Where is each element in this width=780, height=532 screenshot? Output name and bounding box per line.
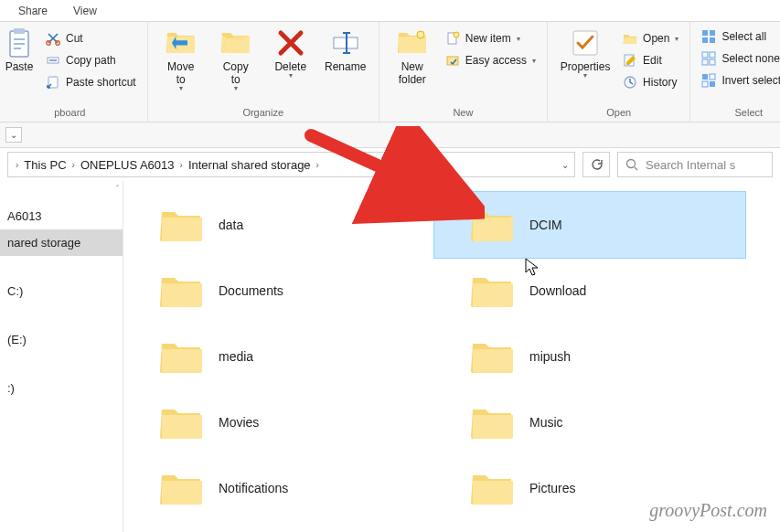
new-folder-button[interactable]: New folder <box>387 26 438 86</box>
nav-item-storage[interactable]: nared storage <box>0 229 123 256</box>
search-icon <box>625 158 638 171</box>
paste-shortcut-icon <box>46 75 60 90</box>
folder-label: Documents <box>219 283 283 298</box>
easy-access-button[interactable]: Easy access ▾ <box>442 51 540 69</box>
chevron-down-icon[interactable]: ⌄ <box>561 160 569 170</box>
paste-shortcut-button[interactable]: Paste shortcut <box>42 73 140 91</box>
crumb-this-pc[interactable]: This PC <box>22 158 68 172</box>
svg-point-14 <box>417 31 424 38</box>
select-all-button[interactable]: Select all <box>698 27 780 46</box>
nav-item-drive-e[interactable]: (E:) <box>0 326 123 353</box>
chevron-right-icon[interactable]: › <box>315 160 321 170</box>
refresh-icon <box>590 158 603 171</box>
folder-label: Pictures <box>529 481 576 495</box>
chevron-right-icon[interactable]: › <box>178 160 185 170</box>
new-item-icon <box>445 31 460 46</box>
folder-label: Download <box>529 283 586 298</box>
copy-path-icon <box>46 53 60 68</box>
cut-button[interactable]: Cut <box>42 29 140 48</box>
chevron-down-icon: ▾ <box>583 71 587 80</box>
folder-icon <box>471 404 515 441</box>
chevron-down-icon[interactable]: ⌄ <box>5 127 22 143</box>
svg-rect-21 <box>702 30 708 36</box>
svg-rect-3 <box>14 43 25 45</box>
folder-label: Notifications <box>219 481 288 495</box>
nav-item-device[interactable]: A6013 <box>0 203 123 229</box>
folder-item[interactable]: Movies <box>123 389 434 455</box>
delete-x-icon <box>275 27 306 59</box>
select-none-button[interactable]: Select none <box>698 49 780 68</box>
search-input[interactable]: Search Internal s <box>617 152 773 177</box>
folder-item[interactable]: Notifications <box>123 455 434 521</box>
folder-icon <box>160 338 204 375</box>
folder-item[interactable]: media <box>123 324 434 389</box>
history-icon <box>623 75 637 90</box>
chevron-right-icon[interactable]: › <box>14 160 20 170</box>
svg-rect-22 <box>710 30 715 36</box>
svg-rect-30 <box>710 74 715 80</box>
folder-icon <box>471 207 515 243</box>
crumb-storage[interactable]: Internal shared storage <box>187 158 313 172</box>
folder-icon <box>160 470 204 506</box>
svg-line-34 <box>635 167 637 170</box>
refresh-button[interactable] <box>582 152 610 177</box>
nav-item-drive-c[interactable]: C:) <box>0 278 123 304</box>
crumb-device[interactable]: ONEPLUS A6013 <box>79 158 176 172</box>
folder-label: media <box>219 349 253 364</box>
svg-rect-4 <box>14 48 21 49</box>
svg-rect-25 <box>702 52 708 58</box>
delete-button[interactable]: Delete ▾ <box>265 26 316 80</box>
folder-item[interactable]: DCIM <box>434 192 745 258</box>
ribbon-group-clipboard: Paste Cut Copy path Paste shortcut pboar… <box>0 22 148 122</box>
rename-icon <box>330 27 361 59</box>
paste-button[interactable]: Paste <box>0 26 38 73</box>
folder-label: Movies <box>219 415 259 430</box>
copy-path-button[interactable]: Copy path <box>42 51 140 69</box>
watermark: groovyPost.com <box>649 500 767 521</box>
tab-view[interactable]: View <box>60 1 110 21</box>
history-button[interactable]: History <box>619 73 682 91</box>
folder-icon <box>160 404 204 441</box>
folder-icon <box>160 272 204 309</box>
invert-selection-icon <box>701 73 716 88</box>
folder-icon <box>471 338 515 375</box>
ribbon-group-open: Properties ▾ Open ▾ Edit History Op <box>548 22 690 122</box>
rename-button[interactable]: Rename <box>320 26 371 73</box>
svg-rect-24 <box>710 37 715 43</box>
address-bar[interactable]: › This PC › ONEPLUS A6013 › Internal sha… <box>7 152 575 177</box>
svg-rect-26 <box>710 52 715 58</box>
chevron-up-icon[interactable]: ˆ <box>116 185 119 195</box>
ribbon-tabstrip: Share View <box>0 0 780 22</box>
chevron-right-icon[interactable]: › <box>70 160 77 170</box>
new-item-button[interactable]: New item ▾ <box>442 29 540 48</box>
svg-rect-1 <box>14 28 25 34</box>
folder-icon <box>471 272 515 309</box>
open-button[interactable]: Open ▾ <box>619 29 682 48</box>
copy-to-button[interactable]: Copy to ▾ <box>210 26 262 92</box>
folder-item[interactable]: Download <box>434 258 745 324</box>
select-all-icon <box>701 29 716 44</box>
address-row: › This PC › ONEPLUS A6013 › Internal sha… <box>0 148 780 181</box>
properties-check-icon <box>570 27 601 59</box>
edit-button[interactable]: Edit <box>619 51 682 69</box>
folder-item[interactable]: Documents <box>123 258 434 324</box>
ribbon-group-select: Select all Select none Invert selection … <box>690 22 780 122</box>
copy-to-icon <box>220 27 251 59</box>
chevron-down-icon: ▾ <box>179 84 183 92</box>
edit-icon <box>623 53 637 68</box>
tab-share[interactable]: Share <box>5 1 60 21</box>
folder-item[interactable]: Music <box>434 389 745 455</box>
invert-selection-button[interactable]: Invert selection <box>698 71 780 90</box>
easy-access-icon <box>445 53 460 68</box>
clipboard-icon <box>6 27 32 59</box>
properties-button[interactable]: Properties ▾ <box>555 26 615 80</box>
folder-item[interactable]: data <box>123 192 434 258</box>
svg-rect-27 <box>702 59 708 65</box>
folder-item[interactable]: mipush <box>434 324 745 389</box>
move-to-button[interactable]: Move to ▾ <box>155 26 207 92</box>
move-to-icon <box>166 27 197 59</box>
nav-item-last[interactable]: :) <box>0 375 123 401</box>
ribbon-group-new: New folder New item ▾ Easy access ▾ New <box>379 22 548 122</box>
svg-point-16 <box>454 32 459 37</box>
ribbon-group-organize: Move to ▾ Copy to ▾ Delete ▾ Rename Orga… <box>148 22 379 122</box>
